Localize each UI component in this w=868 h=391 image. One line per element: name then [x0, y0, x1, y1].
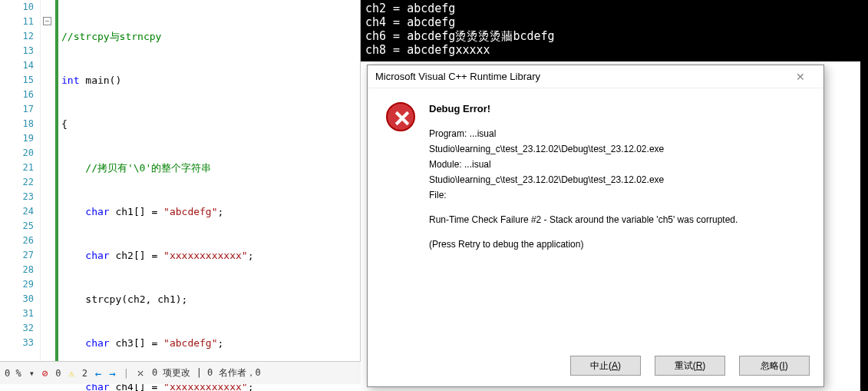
program-path: Studio\learning_c\test_23.12.02\Debug\te… [429, 142, 808, 156]
line-number: 10 [0, 0, 34, 15]
code-text: ; [248, 250, 254, 261]
fold-minus-icon[interactable]: − [43, 17, 51, 25]
code-text: ; [218, 206, 224, 217]
keyword: int [61, 75, 79, 86]
dialog-titlebar[interactable]: Microsoft Visual C++ Runtime Library ✕ [368, 65, 823, 88]
error-heading: Debug Error! [429, 102, 808, 116]
code-text: ; [218, 337, 224, 349]
line-number: 12 [0, 29, 34, 44]
line-number: 24 [0, 204, 34, 219]
fold-gutter[interactable]: − [40, 0, 55, 361]
keyword: char [85, 250, 109, 261]
line-number: 20 [0, 146, 34, 161]
console-line: ch2 = abcdefg [365, 2, 455, 15]
line-number: 28 [0, 263, 34, 277]
runtime-error-dialog: Microsoft Visual C++ Runtime Library ✕ D… [367, 65, 824, 387]
console-output: ch2 = abcdefg ch4 = abcdefg ch6 = abcdef… [361, 0, 868, 61]
console-line: ch8 = abcdefgxxxxx [365, 43, 490, 57]
failure-message: Run-Time Check Failure #2 - Stack around… [429, 213, 808, 227]
line-number: 31 [0, 307, 34, 321]
comment: //拷贝有'\0'的整个字符串 [85, 162, 211, 174]
brace: { [61, 118, 68, 130]
keyword: char [85, 337, 109, 349]
console-line: ch4 = abcdefg [365, 15, 455, 29]
changes-text: 0 项更改 | 0 名作者，0 [152, 366, 261, 379]
line-number: 30 [0, 292, 34, 307]
line-number: 18 [0, 117, 34, 131]
line-number: 29 [0, 277, 34, 292]
string-literal: "xxxxxxxxxxxx" [163, 250, 248, 261]
console-line: ch6 = abcdefg烫烫烫烫蘠bcdefg [365, 29, 555, 43]
module-path: Studio\learning_c\test_23.12.02\Debug\te… [429, 173, 808, 187]
code-editor[interactable]: 1011121314151617181920212223242526272829… [0, 0, 361, 361]
line-number: 32 [0, 321, 34, 336]
git-info-icon[interactable]: ⤫ [137, 368, 144, 379]
close-icon[interactable]: ✕ [785, 71, 816, 83]
line-number: 11 [0, 15, 34, 29]
line-number: 15 [0, 73, 34, 88]
warning-count: 2 [82, 368, 87, 379]
right-border [860, 0, 868, 391]
string-literal: "abcdefg" [163, 206, 217, 217]
abort-button[interactable]: 中止(A) [570, 356, 641, 376]
line-number: 19 [0, 131, 34, 146]
line-number: 22 [0, 175, 34, 190]
retry-button[interactable]: 重试(R) [655, 356, 725, 376]
code-text: strcpy(ch2, ch1); [85, 293, 187, 305]
line-number: 23 [0, 190, 34, 204]
zoom-dropdown-icon[interactable]: ▾ [29, 368, 35, 379]
identifier: main() [79, 75, 121, 86]
keyword: char [85, 206, 109, 217]
code-text: ch1[] = [110, 206, 163, 217]
line-number: 26 [0, 234, 34, 248]
file-label: File: [429, 188, 808, 202]
warning-icon[interactable]: ⚠ [68, 368, 74, 379]
nav-back-icon[interactable]: ← [95, 367, 101, 379]
status-bar: 0 % ▾ ⊘0 ⚠2 ← → | ⤫ 0 项更改 | 0 名作者，0 [0, 361, 361, 384]
comment: //strcpy与strncpy [61, 31, 161, 42]
line-number: 16 [0, 88, 34, 102]
program-label: Program: ...isual [429, 127, 808, 141]
retry-hint: (Press Retry to debug the application) [429, 237, 808, 251]
dialog-message: Debug Error! Program: ...isual Studio\le… [429, 102, 808, 253]
line-number-gutter: 1011121314151617181920212223242526272829… [0, 0, 40, 361]
code-area[interactable]: //strcpy与strncpy int main() { //拷贝有'\0'的… [58, 0, 360, 361]
zoom-level[interactable]: 0 % [5, 368, 21, 379]
line-number: 27 [0, 248, 34, 263]
separator: | [124, 368, 129, 379]
error-icon [386, 102, 415, 131]
line-number: 25 [0, 219, 34, 234]
line-number: 33 [0, 336, 34, 350]
ignore-button[interactable]: 忽略(I) [739, 356, 810, 376]
code-text: ch3[] = [110, 337, 163, 349]
error-count: 0 [55, 368, 61, 379]
code-text: ch2[] = [110, 250, 163, 261]
error-icon[interactable]: ⊘ [42, 368, 48, 379]
nav-forward-icon[interactable]: → [109, 367, 115, 379]
line-number: 14 [0, 58, 34, 73]
string-literal: "abcdefg" [163, 337, 217, 349]
line-number: 17 [0, 102, 34, 117]
dialog-title: Microsoft Visual C++ Runtime Library [375, 71, 785, 82]
line-number: 21 [0, 161, 34, 175]
module-label: Module: ...isual [429, 157, 808, 171]
line-number: 13 [0, 44, 34, 58]
